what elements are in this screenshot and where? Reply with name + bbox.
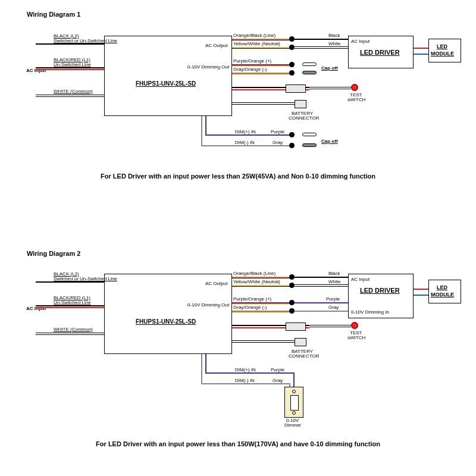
batt-conn-d1: [295, 100, 306, 108]
pplus-label-d1: Purple/Orange (+): [233, 58, 271, 64]
wire-mod-blue-d2: [414, 295, 428, 296]
vwire-dimplus-d2: [205, 354, 206, 373]
wire-l1-blk-d1: [36, 67, 104, 68]
batt-conn-d2: [295, 338, 306, 346]
dimplus-purple-d1: Purple: [271, 129, 284, 134]
gminus-label-d2: Gray/Orange (-): [233, 305, 267, 310]
capoff2-d1: Cap off: [321, 139, 338, 144]
batt-label-d1b: CONNECTOR: [289, 115, 319, 121]
cap-dimplus-in-d1: [302, 133, 317, 136]
diagram-2-title: Wiring Diagram 2: [27, 250, 80, 257]
neutral-label-d1: WHITE (Common): [54, 89, 93, 94]
wire-l1-blk-d2: [36, 305, 104, 306]
driver-acin-d2: AC Input: [351, 277, 369, 282]
wire-batt-d2: [232, 340, 295, 343]
driver-acin-d1: AC Input: [351, 39, 369, 44]
line-label-d1: Orange/Black (Line): [233, 33, 275, 38]
dot-pplus-d2: [289, 300, 295, 305]
l2b-label-d1: Switched or Un-Switched Line: [54, 38, 117, 43]
wire-neutral-d1: [36, 95, 104, 97]
dot-gminus-d2: [289, 308, 295, 314]
dimplus-in-d1: DIM(+) IN: [235, 129, 256, 134]
dot-dimplus-in-d1: [289, 132, 295, 137]
driver-title-d2: LED DRIVER: [360, 287, 400, 294]
test-switch-icon-d2: [351, 322, 358, 329]
wire-gminus-o-d1: [232, 74, 292, 74]
ac-output-d1: AC Output: [205, 43, 227, 48]
wire-l2-d2: [36, 281, 104, 283]
l1b-label-d1: Un-Switched Line: [54, 62, 91, 67]
wire-dimminus-h-d2: [201, 383, 290, 384]
gminus-label-d1: Gray/Orange (-): [233, 67, 267, 72]
wire-white-d2: [295, 284, 348, 287]
dot-neut-d2: [289, 283, 295, 288]
driver-dimin-d2: 0-10V Dimming In: [351, 309, 389, 315]
dot-gminus-d1: [289, 70, 295, 76]
driver-title-d1: LED DRIVER: [360, 49, 400, 56]
dim-out-d1: 0-10V Dimming Out: [187, 64, 229, 70]
wire-pplus-o-d1: [232, 65, 292, 66]
wire-white-d1: [295, 46, 348, 49]
dot-neut-d1: [289, 45, 295, 50]
wire-l2-d1: [36, 43, 104, 45]
module-title-d2a: LED: [437, 284, 447, 290]
wire-black-d2: [295, 277, 348, 278]
caption-d2: For LED Driver with an input power less …: [54, 440, 422, 447]
wire-gray-d2: [295, 311, 348, 312]
wire-purple-d2: [295, 302, 348, 303]
diagram-1-title: Wiring Diagram 1: [27, 11, 80, 18]
dimplus-in-d2: DIM(+) IN: [235, 367, 256, 372]
wire-neut-w-d2: [232, 286, 292, 287]
white-label-d1: White: [328, 41, 340, 46]
pplus-label-d2: Purple/Orange (+): [233, 296, 271, 302]
gray-label-d2: Gray: [328, 305, 339, 310]
dimminus-in-d1: DIM(-) IN: [235, 140, 255, 145]
test-switch-icon-d1: [351, 84, 358, 91]
vwire-dimminus-d2: [201, 354, 202, 384]
purple-label-d2: Purple: [326, 296, 340, 302]
wire-l1-red-d1: [36, 69, 104, 70]
dimmer-icon: [284, 387, 303, 418]
module-title2-d1: MODULE: [431, 51, 454, 57]
cap-dimminus-in-d1: [302, 143, 317, 147]
wire-l1-red-d2: [36, 307, 104, 308]
dot-dimminus-in-d1: [289, 143, 295, 148]
neutral-label-d2: WHITE (Common): [54, 327, 93, 332]
test-lead-d2: [309, 325, 351, 327]
wire-pplus-o-d2: [232, 303, 292, 304]
dimplus-purple-d2: Purple: [271, 367, 284, 372]
wire-dimplus-h-d2: [205, 372, 295, 374]
wire-batt-d1: [232, 102, 295, 105]
cap-gminus-d1: [302, 71, 317, 74]
vwire-dimminus-d1: [201, 116, 202, 146]
line-label-d2: Orange/Black (Line): [233, 271, 275, 276]
dot-line-d2: [289, 274, 295, 280]
dimminus-gray-d2: Gray: [273, 378, 283, 383]
neut-label-d2: Yellow/White (Neutral): [233, 279, 280, 284]
test-label-d1b: sWITCH: [347, 97, 365, 102]
test-lead-d1: [309, 87, 351, 89]
main-label-d2: FHUPS1-UNV-25L-SD: [136, 318, 196, 325]
wire-neutral-d2: [36, 333, 104, 335]
black-label-d1: Black: [328, 33, 340, 38]
l2b-label-d2: Switched or Un-Switched Line: [54, 276, 117, 281]
dimminus-gray-d1: Gray: [273, 140, 283, 145]
vwire-dimplus-d1: [205, 116, 206, 135]
white-label-d2: White: [328, 279, 340, 284]
wire-dimminus-h-d1: [201, 145, 292, 146]
black-label-d2: Black: [328, 271, 340, 276]
module-title-d1: LED: [437, 43, 447, 49]
vwire-dimplus-down-d2: [293, 372, 295, 387]
dimmer-label-b: Dimmer: [284, 422, 301, 428]
dot-line-d1: [289, 36, 295, 42]
dim-out-d2: 0-10V Dimming Out: [187, 302, 229, 308]
module-title-d2b: MODULE: [431, 292, 454, 298]
wire-neut-w-d1: [232, 48, 292, 49]
wire-line-b-d1: [232, 40, 292, 40]
dimminus-in-d2: DIM(-) IN: [235, 378, 255, 383]
wire-mod-blue-d1: [414, 54, 428, 55]
test-conn-d1: [286, 84, 306, 93]
wire-mod-red-d1: [414, 48, 428, 49]
capoff-label-d1: Cap off: [321, 65, 338, 71]
test-label-d2b: sWITCH: [347, 335, 365, 340]
